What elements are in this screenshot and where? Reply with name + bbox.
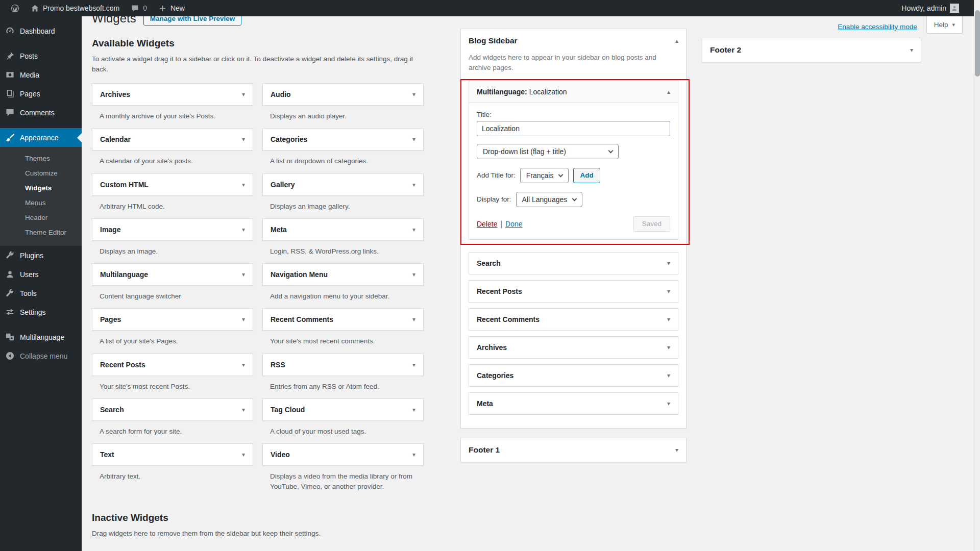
- help-tab[interactable]: Help ▾: [926, 16, 963, 34]
- chevron-down-icon[interactable]: ▾: [242, 407, 245, 413]
- available-widget-card[interactable]: Meta ▾: [262, 218, 424, 241]
- chevron-down-icon[interactable]: ▾: [412, 227, 415, 233]
- multilanguage-widget-header[interactable]: Multilanguage: Localization ▴: [469, 81, 678, 103]
- footer1-header[interactable]: Footer 1 ▾: [461, 438, 686, 462]
- display-for-select[interactable]: All Languages: [516, 192, 583, 207]
- add-button[interactable]: Add: [573, 168, 600, 183]
- blog-sidebar-description: Add widgets here to appear in your sideb…: [461, 53, 686, 80]
- chevron-down-icon[interactable]: ▾: [242, 136, 245, 142]
- footer1-panel: Footer 1 ▾: [460, 438, 687, 462]
- display-type-select[interactable]: Drop-down list (flag + title): [477, 144, 619, 159]
- available-widget-card[interactable]: Gallery ▾: [262, 173, 424, 196]
- chevron-down-icon[interactable]: ▾: [412, 362, 415, 368]
- delete-link[interactable]: Delete: [477, 220, 497, 228]
- sidebar-item-collapse-menu[interactable]: Collapse menu: [0, 346, 82, 365]
- chevron-down-icon[interactable]: ▾: [242, 182, 245, 188]
- sidebar-item-tools[interactable]: Tools: [0, 284, 82, 303]
- submenu-item-theme-editor[interactable]: Theme Editor: [0, 225, 82, 240]
- widget-title-input[interactable]: [477, 121, 670, 136]
- submenu-item-menus[interactable]: Menus: [0, 195, 82, 210]
- chevron-down-icon[interactable]: ▾: [412, 316, 415, 322]
- sidebar-widget-card[interactable]: Meta ▾: [469, 392, 678, 415]
- available-widget-card[interactable]: Audio ▾: [262, 83, 424, 106]
- chevron-down-icon[interactable]: ▾: [412, 91, 415, 97]
- available-widget-card[interactable]: Multilanguage ▾: [92, 263, 253, 286]
- chevron-down-icon[interactable]: ▾: [242, 271, 245, 278]
- howdy-menu-item[interactable]: Howdy, admin: [896, 0, 965, 16]
- widget-description: Your site's most recent Posts.: [100, 382, 253, 392]
- available-widget-card[interactable]: Video ▾: [262, 443, 424, 466]
- vertical-scrollbar[interactable]: [974, 0, 980, 551]
- sidebar-item-settings[interactable]: Settings: [0, 303, 82, 321]
- chevron-up-icon[interactable]: ▴: [675, 38, 678, 44]
- pages-icon: [5, 89, 15, 98]
- submenu-item-header[interactable]: Header: [0, 210, 82, 225]
- sidebar-item-comments[interactable]: Comments: [0, 103, 82, 122]
- sidebar-item-posts[interactable]: Posts: [0, 46, 82, 65]
- sidebar-item-appearance[interactable]: Appearance: [0, 128, 82, 147]
- widget-name: Search: [100, 406, 124, 414]
- chevron-down-icon[interactable]: ▾: [667, 372, 670, 379]
- available-widget-card[interactable]: Custom HTML ▾: [92, 173, 253, 196]
- chevron-down-icon[interactable]: ▾: [412, 271, 415, 278]
- chevron-down-icon[interactable]: ▾: [412, 136, 415, 142]
- sidebar-item-media[interactable]: Media: [0, 65, 82, 84]
- available-widget-card[interactable]: Tag Cloud ▾: [262, 398, 424, 421]
- chevron-down-icon[interactable]: ▾: [667, 316, 670, 322]
- available-widget-card[interactable]: Recent Comments ▾: [262, 308, 424, 331]
- sidebar-widget-card[interactable]: Recent Posts ▾: [469, 280, 678, 303]
- footer2-header[interactable]: Footer 2 ▾: [702, 38, 921, 62]
- chevron-down-icon[interactable]: ▾: [242, 452, 245, 458]
- scrollbar-thumb[interactable]: [975, 10, 980, 77]
- chevron-down-icon[interactable]: ▾: [667, 344, 670, 350]
- chevron-up-icon[interactable]: ▴: [667, 89, 670, 95]
- chevron-down-icon[interactable]: ▾: [910, 47, 913, 53]
- sidebar-item-multilanguage[interactable]: A Multilanguage: [0, 328, 82, 346]
- sidebar-widget-card[interactable]: Recent Comments ▾: [469, 308, 678, 331]
- available-widget-card[interactable]: Recent Posts ▾: [92, 354, 253, 376]
- available-widget-card[interactable]: Image ▾: [92, 218, 253, 241]
- available-widget-card[interactable]: Search ▾: [92, 398, 253, 421]
- chevron-down-icon[interactable]: ▾: [242, 91, 245, 97]
- comments-menu-item[interactable]: 0: [125, 0, 153, 16]
- chevron-down-icon[interactable]: ▾: [667, 400, 670, 407]
- chevron-down-icon[interactable]: ▾: [412, 452, 415, 458]
- available-widget-card[interactable]: Calendar ▾: [92, 128, 253, 151]
- sidebar-item-dashboard[interactable]: Dashboard: [0, 21, 82, 40]
- sidebar-item-plugins[interactable]: Plugins: [0, 246, 82, 265]
- sidebar-widget-card[interactable]: Search ▾: [469, 252, 678, 274]
- available-widget-card[interactable]: Text ▾: [92, 443, 253, 466]
- done-link[interactable]: Done: [505, 220, 522, 228]
- sidebar-widget-card[interactable]: Archives ▾: [469, 336, 678, 359]
- chevron-down-icon[interactable]: ▾: [667, 260, 670, 266]
- chevron-down-icon[interactable]: ▾: [675, 447, 678, 453]
- language-select[interactable]: Français: [520, 168, 569, 183]
- saved-button[interactable]: Saved: [633, 216, 670, 232]
- available-widget-card[interactable]: Categories ▾: [262, 128, 424, 151]
- available-widget-card[interactable]: RSS ▾: [262, 354, 424, 376]
- sidebar-item-pages[interactable]: Pages: [0, 84, 82, 103]
- available-widget-card[interactable]: Navigation Menu ▾: [262, 263, 424, 286]
- widget-description: A cloud of your most used tags.: [270, 427, 424, 437]
- wordpress-logo-icon[interactable]: [5, 0, 25, 16]
- chevron-down-icon[interactable]: ▾: [242, 362, 245, 368]
- widget-description: Your site's most recent comments.: [270, 336, 424, 346]
- enable-accessibility-link[interactable]: Enable accessibility mode: [838, 23, 917, 31]
- blog-sidebar-header[interactable]: Blog Sidebar ▴: [461, 29, 686, 53]
- submenu-item-widgets[interactable]: Widgets: [0, 181, 82, 195]
- chevron-down-icon[interactable]: ▾: [667, 288, 670, 294]
- available-widget-card[interactable]: Pages ▾: [92, 308, 253, 331]
- site-menu-item[interactable]: Promo bestwebsoft.com: [25, 0, 125, 16]
- submenu-item-themes[interactable]: Themes: [0, 151, 82, 166]
- chevron-down-icon[interactable]: ▾: [412, 407, 415, 413]
- chevron-down-icon[interactable]: ▾: [412, 182, 415, 188]
- sidebar-widget-card[interactable]: Categories ▾: [469, 364, 678, 387]
- multilanguage-localization-widget: Multilanguage: Localization ▴ Title: Dro…: [469, 81, 678, 240]
- chevron-down-icon[interactable]: ▾: [242, 316, 245, 322]
- widget-name: Categories: [477, 371, 513, 380]
- new-menu-item[interactable]: New: [153, 0, 190, 16]
- available-widget-card[interactable]: Archives ▾: [92, 83, 253, 106]
- submenu-item-customize[interactable]: Customize: [0, 166, 82, 181]
- sidebar-item-users[interactable]: Users: [0, 265, 82, 284]
- chevron-down-icon[interactable]: ▾: [242, 227, 245, 233]
